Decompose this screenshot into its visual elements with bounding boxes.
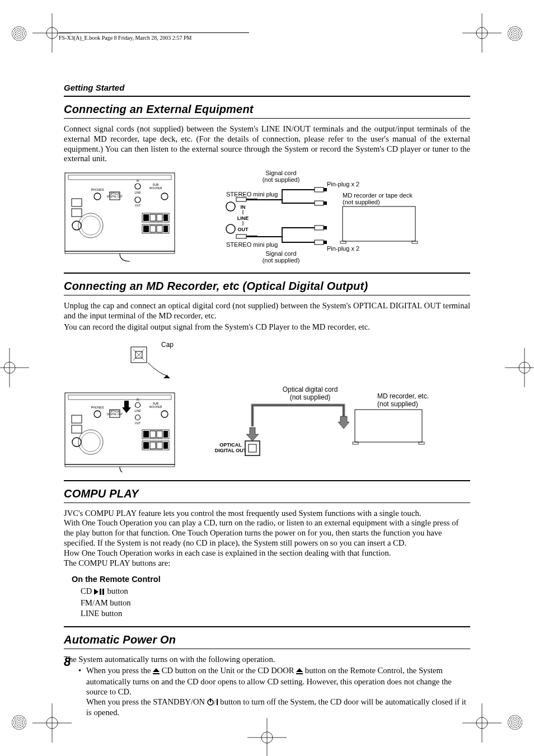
svg-rect-95 — [143, 431, 149, 438]
svg-rect-118 — [153, 673, 160, 674]
svg-rect-44 — [143, 226, 149, 232]
crop-mark-bc — [247, 718, 287, 756]
eject-icon — [153, 667, 160, 677]
svg-text:DIGITAL OUT: DIGITAL OUT — [107, 195, 123, 198]
svg-text:WOOFER: WOOFER — [149, 405, 162, 408]
svg-marker-110 — [338, 416, 349, 429]
svg-rect-63 — [412, 241, 418, 243]
label-not-supplied: (not supplied) — [263, 176, 300, 183]
label-md-deck: MD recorder or tape deck — [343, 192, 413, 199]
svg-point-54 — [226, 224, 235, 233]
label-optical-cord: Optical digital cord — [283, 386, 338, 393]
rule — [64, 295, 470, 295]
svg-rect-47 — [163, 226, 168, 232]
svg-rect-115 — [100, 589, 101, 595]
label-not-supplied2: (not supplied) — [377, 400, 418, 408]
svg-text:IN: IN — [137, 398, 139, 401]
svg-rect-66 — [315, 226, 324, 230]
corner-dot-tl — [11, 26, 27, 41]
rule — [64, 273, 470, 274]
list-item: LINE button — [81, 608, 470, 619]
label-signal-cord2: Signal cord — [265, 250, 296, 257]
page-number: 8 — [64, 655, 71, 669]
crop-mark-ml — [0, 348, 29, 387]
svg-marker-119 — [296, 668, 303, 672]
crop-mark-tr — [462, 13, 502, 53]
body-text: JVC's COMPU PLAY feature lets you contro… — [64, 509, 470, 569]
svg-rect-103 — [163, 442, 168, 449]
subheading-remote: On the Remote Control — [72, 575, 470, 584]
svg-rect-120 — [296, 673, 303, 674]
svg-rect-116 — [102, 589, 104, 595]
svg-rect-60 — [324, 201, 327, 205]
label-phones: PHONES — [91, 188, 104, 191]
svg-rect-100 — [143, 442, 149, 449]
crop-mark-mr — [505, 348, 534, 387]
corner-dot-tr — [507, 26, 523, 41]
svg-text:OUT: OUT — [135, 204, 141, 207]
list-item: FM/AM button — [81, 598, 470, 608]
heading-connecting-external: Connecting an External Equipment — [64, 103, 470, 116]
svg-rect-69 — [324, 241, 327, 244]
svg-text:PHONES: PHONES — [91, 406, 104, 409]
svg-marker-117 — [153, 668, 160, 672]
rule — [64, 503, 470, 503]
body-text: Unplug the cap and connect an optical di… — [64, 301, 470, 321]
label-out: OUT — [238, 227, 249, 232]
label-not-supplied3: (not supplied) — [263, 257, 300, 264]
svg-rect-59 — [315, 201, 324, 205]
play-pause-icon — [94, 587, 105, 598]
svg-text:OUT: OUT — [135, 421, 141, 425]
body-text: The System automatically turns on with t… — [64, 655, 470, 665]
svg-rect-98 — [163, 431, 168, 438]
rule — [64, 480, 470, 481]
label-optical: OPTICAL — [219, 442, 242, 448]
list-item: CD button — [81, 586, 470, 598]
svg-rect-107 — [245, 441, 260, 456]
svg-rect-67 — [324, 226, 327, 229]
corner-dot-bl — [11, 715, 27, 730]
label-signal-cord: Signal cord — [265, 170, 296, 176]
svg-rect-61 — [343, 206, 415, 241]
rule — [64, 118, 470, 119]
svg-rect-39 — [143, 214, 149, 221]
label-not-supplied: (not supplied) — [290, 393, 331, 401]
svg-marker-109 — [246, 428, 259, 441]
svg-rect-62 — [340, 241, 346, 243]
label-pin-plug: Pin-plug x 2 — [327, 181, 359, 187]
figure-optical-connection: Cap PHONES OPTICAL DIGITAL OUT — [64, 338, 470, 472]
list-text-pre: CD — [81, 586, 94, 595]
label-cap: Cap — [161, 341, 174, 349]
svg-text:WOOFER: WOOFER — [149, 186, 162, 190]
svg-marker-74 — [163, 375, 170, 378]
standby-power-icon: / — [207, 698, 218, 708]
label-not-supplied2: (not supplied) — [343, 199, 380, 205]
bullet-text: When you press the — [86, 666, 153, 675]
rule — [64, 626, 470, 627]
svg-text:/: / — [214, 698, 216, 706]
bullet-text: CD button on the Unit or the CD DOOR — [160, 666, 296, 675]
svg-point-51 — [226, 202, 235, 211]
label-digital-out: DIGITAL OUT — [215, 448, 247, 453]
svg-rect-48 — [65, 251, 175, 253]
svg-rect-113 — [419, 442, 424, 444]
body-text: Connect signal cords (not supplied) betw… — [64, 124, 470, 164]
svg-rect-68 — [315, 240, 324, 245]
label-pin-plug2: Pin-plug x 2 — [327, 245, 359, 252]
label-stereo-mini: STEREO mini plug — [226, 191, 278, 198]
heading-connecting-md: Connecting an MD Recorder, etc (Optical … — [64, 280, 470, 293]
svg-text:LINE: LINE — [134, 191, 141, 194]
svg-rect-111 — [355, 410, 422, 442]
svg-rect-42 — [163, 214, 168, 221]
svg-text:LINE: LINE — [134, 409, 141, 412]
heading-auto-power-on: Automatic Power On — [64, 633, 470, 646]
svg-rect-58 — [324, 188, 327, 191]
list-text-post: button — [105, 586, 128, 595]
book-page-marker: FS-X3(A)_E.book Page 8 Friday, March 28,… — [59, 32, 249, 41]
figure-line-connections: PHONES OPTICAL DIGITAL OUT IN LINE OUT S… — [64, 170, 470, 265]
corner-dot-br — [507, 715, 523, 730]
bullet-list: • When you press the CD button on the Un… — [78, 666, 470, 718]
label-in: IN — [241, 204, 246, 210]
body-text: You can record the digital output signal… — [64, 322, 470, 332]
rule — [64, 96, 470, 97]
